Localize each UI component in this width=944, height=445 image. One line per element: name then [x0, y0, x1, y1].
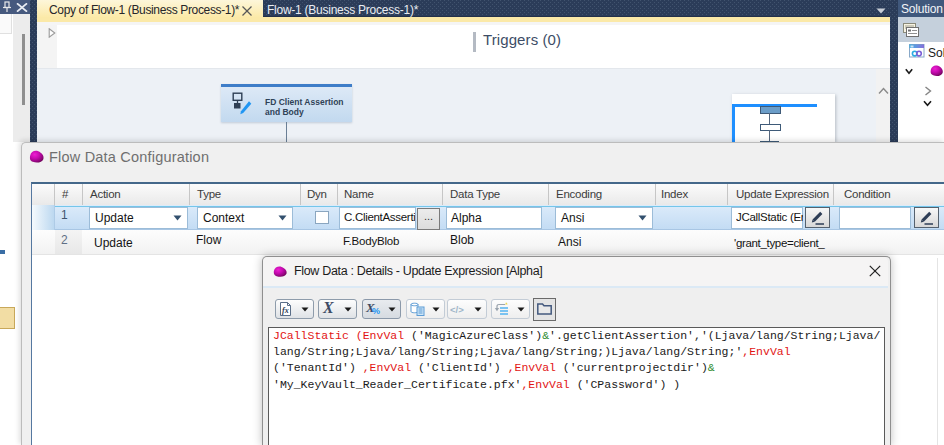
svg-text:fx: fx	[282, 306, 289, 315]
